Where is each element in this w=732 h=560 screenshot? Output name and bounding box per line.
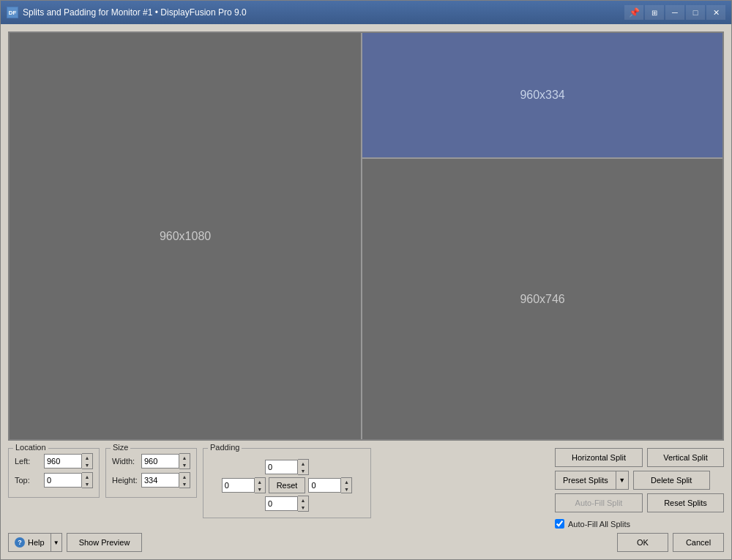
close-button[interactable]: ✕ bbox=[706, 5, 725, 20]
height-label: Height: bbox=[112, 476, 138, 485]
padding-bottom-up[interactable]: ▲ bbox=[298, 496, 308, 504]
left-label: Left: bbox=[15, 457, 41, 466]
left-input[interactable]: 960 bbox=[44, 454, 82, 468]
split-right-bottom-label: 960x746 bbox=[520, 293, 564, 306]
auto-fill-split-button[interactable]: Auto-Fill Split bbox=[555, 493, 643, 512]
padding-right-down[interactable]: ▼ bbox=[341, 485, 351, 493]
padding-left-down[interactable]: ▼ bbox=[255, 485, 265, 493]
width-spinner[interactable]: 960 ▲ ▼ bbox=[141, 453, 190, 469]
padding-top-btns: ▲ ▼ bbox=[298, 459, 309, 475]
padding-bottom-spinner[interactable]: 0 ▲ ▼ bbox=[265, 496, 309, 512]
padding-right-up[interactable]: ▲ bbox=[341, 478, 351, 485]
size-group: Size Width: 960 ▲ ▼ Height: 334 bbox=[105, 448, 197, 498]
content-area: 960x1080 960x334 960x746 Location Left: … bbox=[1, 24, 731, 559]
action-buttons: Horizontal Split Vertical Split Preset S… bbox=[555, 448, 724, 529]
window-title: Splits and Padding for Monitor #1 • Disp… bbox=[23, 7, 624, 18]
left-spinner-btns: ▲ ▼ bbox=[82, 453, 93, 469]
padding-group-label: Padding bbox=[208, 443, 242, 452]
split-left-label: 960x1080 bbox=[160, 230, 211, 243]
padding-bottom-btns: ▲ ▼ bbox=[298, 496, 309, 512]
height-input[interactable]: 334 bbox=[141, 473, 179, 488]
padding-top-input[interactable]: 0 bbox=[265, 460, 298, 474]
height-down-btn[interactable]: ▼ bbox=[179, 480, 190, 488]
split-right-top[interactable]: 960x334 bbox=[362, 33, 722, 159]
width-input[interactable]: 960 bbox=[141, 454, 179, 468]
height-spinner-btns: ▲ ▼ bbox=[179, 472, 190, 488]
help-button[interactable]: ? Help bbox=[8, 533, 51, 552]
cancel-button[interactable]: Cancel bbox=[673, 533, 724, 552]
delete-split-button[interactable]: Delete Split bbox=[633, 471, 710, 490]
app-icon: DF bbox=[7, 7, 18, 18]
top-label: Top: bbox=[15, 476, 41, 485]
bottom-bar: ? Help ▼ Show Preview OK Cancel bbox=[8, 533, 724, 552]
top-up-btn[interactable]: ▲ bbox=[82, 473, 92, 480]
top-spinner[interactable]: 0 ▲ ▼ bbox=[44, 472, 93, 488]
preset-splits-arrow[interactable]: ▼ bbox=[616, 471, 629, 490]
size-group-label: Size bbox=[111, 443, 130, 452]
padding-bottom-input[interactable]: 0 bbox=[265, 496, 298, 511]
split-buttons-row1: Horizontal Split Vertical Split bbox=[555, 448, 724, 467]
preset-splits-group: Preset Splits ▼ bbox=[555, 471, 629, 490]
display-button[interactable]: ⊞ bbox=[645, 5, 664, 20]
width-up-btn[interactable]: ▲ bbox=[179, 454, 190, 461]
padding-bottom-down[interactable]: ▼ bbox=[298, 504, 308, 511]
padding-group: Padding 0 ▲ ▼ 0 bbox=[203, 448, 371, 518]
padding-left-btns: ▲ ▼ bbox=[255, 477, 266, 493]
pin-button[interactable]: 📌 bbox=[624, 5, 643, 20]
left-up-btn[interactable]: ▲ bbox=[82, 454, 92, 461]
split-right-top-label: 960x334 bbox=[520, 89, 564, 102]
help-icon: ? bbox=[15, 537, 25, 548]
width-down-btn[interactable]: ▼ bbox=[179, 461, 190, 468]
title-bar: DF Splits and Padding for Monitor #1 • D… bbox=[1, 1, 731, 24]
preset-splits-button[interactable]: Preset Splits bbox=[555, 471, 616, 490]
main-window: DF Splits and Padding for Monitor #1 • D… bbox=[0, 0, 732, 560]
height-spinner[interactable]: 334 ▲ ▼ bbox=[141, 472, 190, 488]
controls-row: Location Left: 960 ▲ ▼ Top: 0 bbox=[8, 448, 724, 529]
split-right-bottom[interactable]: 960x746 bbox=[362, 159, 722, 439]
padding-top-down[interactable]: ▼ bbox=[298, 467, 308, 474]
padding-left-spinner[interactable]: 0 ▲ ▼ bbox=[222, 477, 266, 493]
split-buttons-row3: Auto-Fill Split Reset Splits bbox=[555, 493, 724, 512]
vertical-split-button[interactable]: Vertical Split bbox=[647, 448, 724, 467]
top-down-btn[interactable]: ▼ bbox=[82, 480, 92, 488]
auto-fill-all-checkbox[interactable] bbox=[555, 519, 564, 529]
window-controls: 📌 ⊞ ─ □ ✕ bbox=[624, 5, 725, 20]
left-field-row: Left: 960 ▲ ▼ bbox=[15, 453, 93, 469]
padding-right-spinner[interactable]: 0 ▲ ▼ bbox=[308, 477, 352, 493]
padding-left-input[interactable]: 0 bbox=[222, 478, 255, 493]
padding-left-up[interactable]: ▲ bbox=[255, 478, 265, 485]
auto-fill-all-row: Auto-Fill All Splits bbox=[555, 519, 724, 529]
ok-button[interactable]: OK bbox=[617, 533, 668, 552]
split-buttons-row2: Preset Splits ▼ Delete Split bbox=[555, 471, 724, 490]
padding-right-input[interactable]: 0 bbox=[308, 478, 341, 493]
monitor-preview[interactable]: 960x1080 960x334 960x746 bbox=[8, 31, 724, 441]
width-field-row: Width: 960 ▲ ▼ bbox=[112, 453, 190, 469]
split-left[interactable]: 960x1080 bbox=[10, 33, 362, 439]
width-spinner-btns: ▲ ▼ bbox=[179, 453, 190, 469]
auto-fill-all-label[interactable]: Auto-Fill All Splits bbox=[568, 520, 630, 529]
location-group-label: Location bbox=[13, 443, 48, 452]
minimize-button[interactable]: ─ bbox=[665, 5, 684, 20]
maximize-button[interactable]: □ bbox=[686, 5, 705, 20]
padding-right-btns: ▲ ▼ bbox=[341, 477, 352, 493]
help-label: Help bbox=[28, 538, 45, 547]
padding-top-spinner[interactable]: 0 ▲ ▼ bbox=[265, 459, 309, 475]
padding-reset-button[interactable]: Reset bbox=[269, 477, 306, 493]
padding-top-up[interactable]: ▲ bbox=[298, 460, 308, 467]
top-input[interactable]: 0 bbox=[44, 473, 82, 488]
left-down-btn[interactable]: ▼ bbox=[82, 461, 92, 468]
height-field-row: Height: 334 ▲ ▼ bbox=[112, 472, 190, 488]
location-group: Location Left: 960 ▲ ▼ Top: 0 bbox=[8, 448, 100, 498]
height-up-btn[interactable]: ▲ bbox=[179, 473, 190, 480]
ok-cancel-buttons: OK Cancel bbox=[617, 533, 724, 552]
left-spinner[interactable]: 960 ▲ ▼ bbox=[44, 453, 93, 469]
help-dropdown-button[interactable]: ▼ bbox=[51, 533, 62, 552]
width-label: Width: bbox=[112, 457, 138, 466]
help-button-group: ? Help ▼ bbox=[8, 533, 62, 552]
horizontal-split-button[interactable]: Horizontal Split bbox=[555, 448, 643, 467]
reset-splits-button[interactable]: Reset Splits bbox=[647, 493, 724, 512]
show-preview-button[interactable]: Show Preview bbox=[67, 533, 143, 552]
top-spinner-btns: ▲ ▼ bbox=[82, 472, 93, 488]
top-field-row: Top: 0 ▲ ▼ bbox=[15, 472, 93, 488]
